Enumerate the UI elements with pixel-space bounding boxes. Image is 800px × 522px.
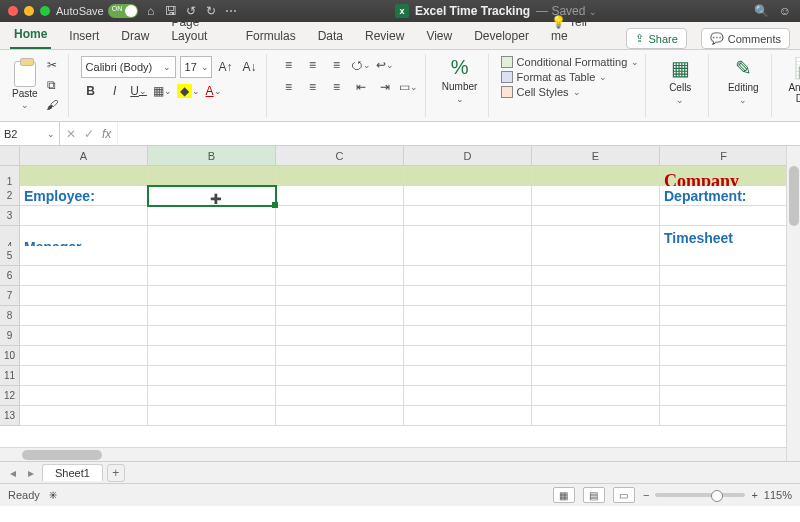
sheet-nav-prev[interactable]: ◂ <box>6 466 20 480</box>
cut-icon[interactable]: ✂ <box>42 56 62 74</box>
tab-draw[interactable]: Draw <box>117 23 153 49</box>
align-bottom-icon[interactable]: ≡ <box>327 56 347 74</box>
align-middle-icon[interactable]: ≡ <box>303 56 323 74</box>
share-button[interactable]: ⇪Share <box>626 28 686 49</box>
tab-data[interactable]: Data <box>314 23 347 49</box>
autosave-label: AutoSave <box>56 5 104 17</box>
view-page-break-icon[interactable]: ▭ <box>613 487 635 503</box>
cells-button[interactable]: ▦Cells⌄ <box>658 56 702 105</box>
view-page-layout-icon[interactable]: ▤ <box>583 487 605 503</box>
tell-me[interactable]: 💡 Tell me <box>547 9 599 49</box>
zoom-out-button[interactable]: − <box>643 489 649 501</box>
row-header-2[interactable]: 2 <box>0 186 20 206</box>
merge-icon[interactable]: ▭⌄ <box>399 78 419 96</box>
bold-button[interactable]: B <box>81 82 101 100</box>
worksheet-grid[interactable]: A B C D E F 1 Company 2 Employee: Depart… <box>0 146 800 462</box>
decrease-indent-icon[interactable]: ⇤ <box>351 78 371 96</box>
row-header-6[interactable]: 6 <box>0 266 20 286</box>
vertical-scrollbar[interactable] <box>786 146 800 461</box>
row-header-10[interactable]: 10 <box>0 346 20 366</box>
home-icon[interactable]: ⌂ <box>144 4 158 18</box>
tab-developer[interactable]: Developer <box>470 23 533 49</box>
sheet-nav-next[interactable]: ▸ <box>24 466 38 480</box>
row-header-12[interactable]: 12 <box>0 386 20 406</box>
align-left-icon[interactable]: ≡ <box>279 78 299 96</box>
wrap-text-icon[interactable]: ↩⌄ <box>375 56 395 74</box>
close-window-icon[interactable] <box>8 6 18 16</box>
tab-page-layout[interactable]: Page Layout <box>167 9 227 49</box>
row-header-13[interactable]: 13 <box>0 406 20 426</box>
zoom-window-icon[interactable] <box>40 6 50 16</box>
orientation-icon[interactable]: ⭯⌄ <box>351 56 371 74</box>
add-sheet-button[interactable]: + <box>107 464 125 482</box>
increase-font-icon[interactable]: A↑ <box>216 58 236 76</box>
row-header-9[interactable]: 9 <box>0 326 20 346</box>
user-icon[interactable]: ☺ <box>778 4 792 18</box>
cancel-formula-icon[interactable]: ✕ <box>66 127 76 141</box>
tab-formulas[interactable]: Formulas <box>242 23 300 49</box>
name-box[interactable]: B2⌄ <box>0 122 60 145</box>
row-header-8[interactable]: 8 <box>0 306 20 326</box>
fill-color-button[interactable]: ◆⌄ <box>177 82 200 100</box>
font-size-select[interactable]: 17⌄ <box>180 56 212 78</box>
font-color-button[interactable]: A⌄ <box>204 82 224 100</box>
comments-button[interactable]: 💬Comments <box>701 28 790 49</box>
row-header-3[interactable]: 3 <box>0 206 20 226</box>
tab-view[interactable]: View <box>422 23 456 49</box>
align-right-icon[interactable]: ≡ <box>327 78 347 96</box>
tab-review[interactable]: Review <box>361 23 408 49</box>
row-header-11[interactable]: 11 <box>0 366 20 386</box>
ribbon: Paste ⌄ ✂ ⧉ 🖌 Calibri (Body)⌄ 17⌄ A↑ A↓ … <box>0 50 800 122</box>
formula-input[interactable] <box>118 122 800 145</box>
conditional-formatting-button[interactable]: Conditional Formatting ⌄ <box>501 56 640 68</box>
paste-button[interactable]: Paste ⌄ <box>12 61 38 110</box>
tab-home[interactable]: Home <box>10 21 51 49</box>
font-name-select[interactable]: Calibri (Body)⌄ <box>81 56 176 78</box>
ribbon-tabs: Home Insert Draw Page Layout Formulas Da… <box>0 22 800 50</box>
col-header-F[interactable]: F <box>660 146 788 166</box>
tab-insert[interactable]: Insert <box>65 23 103 49</box>
percent-icon: % <box>451 56 469 79</box>
col-header-E[interactable]: E <box>532 146 660 166</box>
sheet-tab-1[interactable]: Sheet1 <box>42 464 103 481</box>
zoom-slider[interactable] <box>655 493 745 497</box>
cell-F2[interactable]: Department: <box>660 186 788 206</box>
minimize-window-icon[interactable] <box>24 6 34 16</box>
excel-app-icon: x <box>395 4 409 18</box>
col-header-B[interactable]: B <box>148 146 276 166</box>
col-header-D[interactable]: D <box>404 146 532 166</box>
analyse-icon: 📊 <box>794 56 800 80</box>
zoom-in-button[interactable]: + <box>751 489 757 501</box>
cell-styles-button[interactable]: Cell Styles ⌄ <box>501 86 640 98</box>
mac-titlebar: AutoSave ON ⌂ 🖫 ↺ ↻ ⋯ x Excel Time Track… <box>0 0 800 22</box>
format-painter-icon[interactable]: 🖌 <box>42 96 62 114</box>
cell-B2-selected[interactable] <box>148 186 276 206</box>
row-header-7[interactable]: 7 <box>0 286 20 306</box>
view-normal-icon[interactable]: ▦ <box>553 487 575 503</box>
enter-formula-icon[interactable]: ✓ <box>84 127 94 141</box>
copy-icon[interactable]: ⧉ <box>42 76 62 94</box>
italic-button[interactable]: I <box>105 82 125 100</box>
col-header-C[interactable]: C <box>276 146 404 166</box>
cell-A2[interactable]: Employee: <box>20 186 148 206</box>
align-center-icon[interactable]: ≡ <box>303 78 323 96</box>
row-header-5[interactable]: 5 <box>0 246 20 266</box>
analyse-data-button[interactable]: 📊Analyse Data <box>784 56 800 104</box>
accessibility-icon[interactable]: ⛯ <box>48 489 59 501</box>
select-all-corner[interactable] <box>0 146 20 166</box>
fx-icon[interactable]: fx <box>102 127 111 141</box>
number-format-button[interactable]: % Number⌄ <box>438 56 482 104</box>
borders-button[interactable]: ▦ ⌄ <box>153 82 173 100</box>
decrease-font-icon[interactable]: A↓ <box>240 58 260 76</box>
autosave-toggle[interactable]: AutoSave ON <box>56 4 138 18</box>
editing-button[interactable]: ✎Editing⌄ <box>721 56 765 105</box>
underline-button[interactable]: U ⌄ <box>129 82 149 100</box>
format-as-table-button[interactable]: Format as Table ⌄ <box>501 71 640 83</box>
search-icon[interactable]: 🔍 <box>754 4 768 18</box>
formula-bar: B2⌄ ✕ ✓ fx <box>0 122 800 146</box>
zoom-level[interactable]: 115% <box>764 489 792 501</box>
horizontal-scrollbar[interactable] <box>0 447 786 461</box>
col-header-A[interactable]: A <box>20 146 148 166</box>
increase-indent-icon[interactable]: ⇥ <box>375 78 395 96</box>
align-top-icon[interactable]: ≡ <box>279 56 299 74</box>
